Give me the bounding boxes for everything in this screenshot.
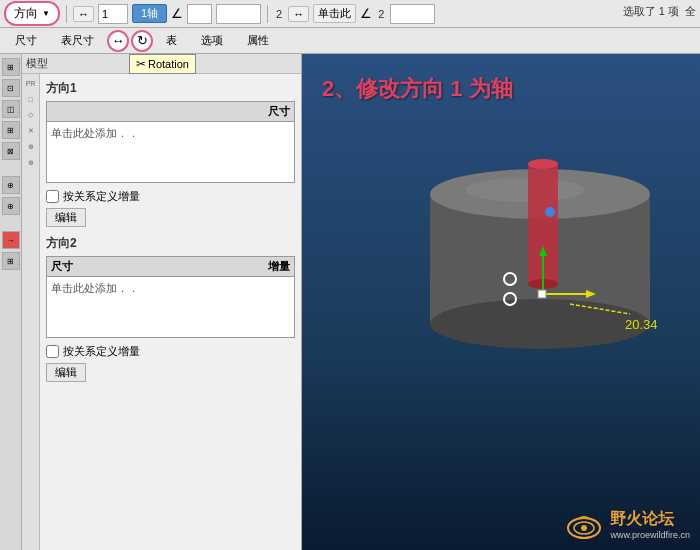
direction2-table: 尺寸 增量 单击此处添加．． — [46, 256, 295, 338]
add-item-text: 单击此处添加．． — [51, 127, 139, 139]
watermark-url: www.proewildfire.cn — [610, 530, 690, 540]
click-this-btn[interactable]: 单击此 — [313, 4, 356, 23]
svg-text:20.34: 20.34 — [625, 317, 658, 332]
tooltip-scissors-icon: ✂ — [136, 57, 146, 71]
left-icon-strip: ⊞ ⊡ ◫ ⊞ ⊠ ⊕ ⊕ → ⊞ — [0, 54, 22, 550]
tree-icon-6[interactable]: ⊕ — [24, 156, 38, 170]
tab-ref-size[interactable]: 表尺寸 — [50, 30, 105, 51]
size-col-header: 尺寸 — [47, 102, 294, 121]
left-icon-8[interactable]: ⊞ — [2, 252, 20, 270]
tab-table[interactable]: 表 — [155, 30, 188, 51]
arrows-btn[interactable]: ↔ — [73, 6, 94, 22]
tree-icons: PR □ ◇ ✕ ⊕ ⊕ — [22, 74, 40, 550]
second-toolbar: 尺寸 表尺寸 ↔ ↻ ✂ Rotation 表 选项 属性 — [0, 28, 700, 54]
axis-button[interactable]: 1轴 — [132, 4, 167, 23]
left-icon-3[interactable]: ◫ — [2, 100, 20, 118]
direction-panel: 方向1 尺寸 单击此处添加．． 按关系定义增量 编辑 方向2 — [40, 74, 301, 550]
watermark-logo — [564, 510, 604, 540]
arrows-icon: ↔ — [112, 33, 125, 48]
rotation-icon-btn[interactable]: ↻ — [131, 30, 153, 52]
direction1-table: 尺寸 单击此处添加．． — [46, 101, 295, 183]
checkbox1-label: 按关系定义增量 — [63, 189, 140, 204]
tree-icon-2[interactable]: □ — [24, 92, 38, 106]
left-icon-6[interactable]: ⊕ — [2, 176, 20, 194]
tooltip-text: Rotation — [148, 58, 189, 70]
table1-body[interactable]: 单击此处添加．． — [47, 122, 294, 182]
left-icon-2[interactable]: ⊡ — [2, 79, 20, 97]
watermark: 野火论坛 www.proewildfire.cn — [564, 509, 690, 540]
checkbox-row2: 按关系定义增量 — [46, 344, 295, 359]
direction-dropdown[interactable]: 方向 ▼ — [4, 1, 60, 26]
panel-inner: PR □ ◇ ✕ ⊕ ⊕ 方向1 尺寸 单击此处添加．． — [22, 74, 301, 550]
svg-point-3 — [430, 299, 650, 349]
table1-header: 尺寸 — [47, 102, 294, 122]
left-icon-1[interactable]: ⊞ — [2, 58, 20, 76]
value4-label: 2 — [376, 8, 386, 20]
table2-body[interactable]: 单击此处添加．． — [47, 277, 294, 337]
direction1-title: 方向1 — [46, 80, 295, 97]
value3-input[interactable]: 20.34 — [216, 4, 261, 24]
svg-point-6 — [528, 159, 558, 169]
table2-header: 尺寸 增量 — [47, 257, 294, 277]
value5-input[interactable]: 20.34 — [390, 4, 435, 24]
viewport: 2、修改方向 1 为轴 — [302, 54, 700, 550]
separator2 — [267, 5, 268, 23]
arrows-btn2[interactable]: ↔ — [288, 6, 309, 22]
tree-icon-4[interactable]: ✕ — [24, 124, 38, 138]
top-toolbar: 方向 ▼ ↔ 1轴 ∠ 2 20.34 2 ↔ 单击此 ∠ 2 20.34 选取… — [0, 0, 700, 28]
tab-properties[interactable]: 属性 — [236, 30, 280, 51]
tree-icon-5[interactable]: ⊕ — [24, 140, 38, 154]
tree-icon-3[interactable]: ◇ — [24, 108, 38, 122]
direction-label: 方向 — [14, 5, 38, 22]
tree-icon-1[interactable]: PR — [24, 76, 38, 90]
edit-btn2[interactable]: 编辑 — [46, 363, 86, 382]
dropdown-arrow-icon: ▼ — [42, 9, 50, 18]
value-label: 2 — [274, 8, 284, 20]
size-col-header2: 尺寸 — [47, 257, 171, 276]
left-icon-7[interactable]: ⊕ — [2, 197, 20, 215]
value2-input[interactable]: 2 — [187, 4, 212, 24]
left-icon-arrow[interactable]: → — [2, 231, 20, 249]
svg-rect-13 — [538, 290, 546, 298]
left-icon-4[interactable]: ⊞ — [2, 121, 20, 139]
angle-icon: ∠ — [171, 6, 183, 21]
value1-input[interactable] — [98, 4, 128, 24]
checkbox2-label: 按关系定义增量 — [63, 344, 140, 359]
svg-point-20 — [581, 525, 587, 531]
watermark-text-container: 野火论坛 www.proewildfire.cn — [610, 509, 690, 540]
panel-area: 模型 PR □ ◇ ✕ ⊕ ⊕ 方向1 尺寸 — [22, 54, 302, 550]
increment-col-header: 增量 — [171, 257, 295, 276]
cylinder-svg: 20.34 — [380, 94, 680, 374]
svg-point-4 — [465, 178, 585, 202]
selection-info: 选取了 1 项 全 — [623, 4, 696, 19]
checkbox2[interactable] — [46, 345, 59, 358]
add-item-text2: 单击此处添加．． — [51, 282, 139, 294]
svg-point-8 — [545, 207, 555, 217]
edit-btn1[interactable]: 编辑 — [46, 208, 86, 227]
separator1 — [66, 5, 67, 23]
main-area: ⊞ ⊡ ◫ ⊞ ⊠ ⊕ ⊕ → ⊞ 模型 PR □ ◇ ✕ ⊕ ⊕ — [0, 54, 700, 550]
tab-options[interactable]: 选项 — [190, 30, 234, 51]
checkbox-row1: 按关系定义增量 — [46, 189, 295, 204]
arrows-icon-btn[interactable]: ↔ — [107, 30, 129, 52]
direction2-title: 方向2 — [46, 235, 295, 252]
left-icon-5[interactable]: ⊠ — [2, 142, 20, 160]
rotation-tooltip: ✂ Rotation — [129, 54, 196, 74]
checkbox1[interactable] — [46, 190, 59, 203]
watermark-brand: 野火论坛 — [610, 509, 690, 530]
rotation-icon: ↻ — [137, 33, 148, 48]
tab-size[interactable]: 尺寸 — [4, 30, 48, 51]
angle-icon2: ∠ — [360, 6, 372, 21]
